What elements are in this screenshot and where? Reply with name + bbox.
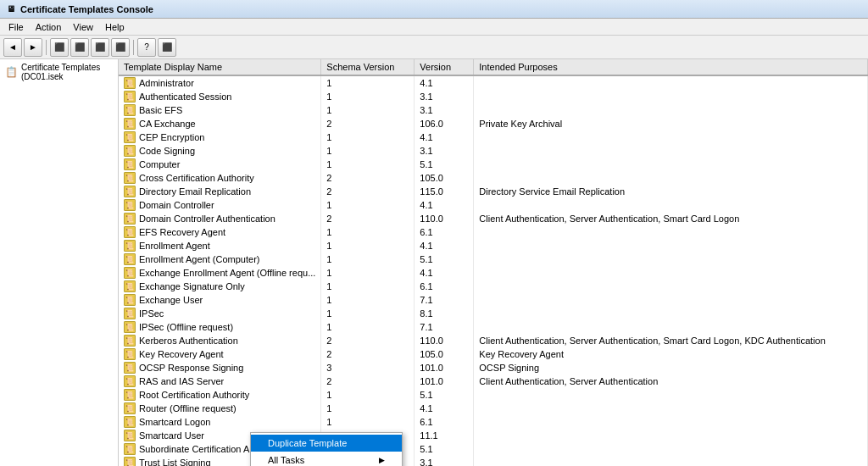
cert-icon: 📜 bbox=[124, 158, 136, 170]
table-row[interactable]: 📜Smartcard User111.1 bbox=[119, 429, 868, 442]
toolbar-btn-3[interactable]: ⬛ bbox=[91, 38, 109, 57]
menu-help[interactable]: Help bbox=[100, 21, 130, 33]
cert-icon: 📜 bbox=[124, 131, 136, 143]
col-header-schema[interactable]: Schema Version bbox=[321, 59, 415, 75]
row-version: 6.1 bbox=[415, 280, 474, 293]
col-header-purposes[interactable]: Intended Purposes bbox=[474, 59, 868, 75]
table-row[interactable]: 📜CA Exchange2106.0Private Key Archival bbox=[119, 117, 868, 130]
table-row[interactable]: 📜Basic EFS13.1 bbox=[119, 103, 868, 117]
row-version: 7.1 bbox=[415, 320, 474, 334]
templates-table: Template Display Name Schema Version Ver… bbox=[119, 59, 868, 466]
row-version: 11.1 bbox=[415, 429, 474, 442]
main-content: 📋 Certificate Templates (DC01.isek Templ… bbox=[0, 59, 868, 466]
row-purposes bbox=[474, 252, 868, 266]
row-name: Smartcard User bbox=[139, 430, 204, 441]
row-purposes bbox=[474, 266, 868, 280]
row-purposes bbox=[474, 239, 868, 252]
table-row[interactable]: 📜Smartcard Logon16.1 bbox=[119, 415, 868, 429]
table-row[interactable]: 📜IPSec (Offline request)17.1 bbox=[119, 320, 868, 334]
row-purposes bbox=[474, 158, 868, 171]
forward-button[interactable]: ► bbox=[24, 38, 42, 57]
table-row[interactable]: 📜Administrator14.1 bbox=[119, 75, 868, 90]
table-row[interactable]: 📜Directory Email Replication2115.0Direct… bbox=[119, 185, 868, 198]
col-header-name[interactable]: Template Display Name bbox=[119, 59, 321, 75]
cert-icon: 📜 bbox=[124, 199, 136, 211]
table-row[interactable]: 📜RAS and IAS Server2101.0Client Authenti… bbox=[119, 374, 868, 388]
row-schema: 1 bbox=[321, 307, 415, 320]
table-row[interactable]: 📜Router (Offline request)14.1 bbox=[119, 402, 868, 415]
back-button[interactable]: ◄ bbox=[3, 38, 22, 57]
row-schema: 2 bbox=[321, 212, 415, 225]
toolbar-btn-1[interactable]: ⬛ bbox=[50, 38, 69, 57]
toolbar-btn-4[interactable]: ⬛ bbox=[111, 38, 130, 57]
table-row[interactable]: 📜Computer15.1 bbox=[119, 158, 868, 171]
menu-action[interactable]: Action bbox=[31, 21, 67, 33]
help-button[interactable]: ? bbox=[137, 38, 156, 57]
table-row[interactable]: 📜Code Signing13.1 bbox=[119, 144, 868, 158]
title-bar-text: Certificate Templates Console bbox=[20, 4, 153, 14]
menu-view[interactable]: View bbox=[68, 21, 98, 33]
row-purposes: Key Recovery Agent bbox=[474, 347, 868, 361]
row-version: 101.0 bbox=[415, 374, 474, 388]
cert-icon: 📜 bbox=[124, 118, 136, 130]
cert-icon: 📜 bbox=[124, 430, 136, 441]
row-version: 5.1 bbox=[415, 388, 474, 402]
table-row[interactable]: 📜Kerberos Authentication2110.0Client Aut… bbox=[119, 334, 868, 347]
row-name: Kerberos Authentication bbox=[139, 336, 238, 346]
row-version: 4.1 bbox=[415, 266, 474, 280]
row-name: Exchange User bbox=[139, 295, 203, 305]
menu-bar: File Action View Help bbox=[0, 19, 868, 36]
toolbar-btn-5[interactable]: ⬛ bbox=[158, 38, 176, 57]
table-row[interactable]: 📜Domain Controller14.1 bbox=[119, 198, 868, 212]
table-row[interactable]: 📜OCSP Response Signing3101.0OCSP Signing bbox=[119, 361, 868, 374]
table-row[interactable]: 📜Cross Certification Authority2105.0 bbox=[119, 171, 868, 185]
row-schema: 1 bbox=[321, 130, 415, 144]
row-version: 101.0 bbox=[415, 361, 474, 374]
table-row[interactable]: 📜Exchange User17.1 bbox=[119, 293, 868, 307]
cert-icon: 📜 bbox=[124, 104, 136, 116]
row-name: Root Certification Authority bbox=[139, 390, 249, 400]
row-version: 3.1 bbox=[415, 144, 474, 158]
cert-icon: 📜 bbox=[124, 389, 136, 401]
context-menu-item-duplicate-template[interactable]: Duplicate Template bbox=[251, 435, 402, 452]
row-purposes: Client Authentication, Server Authentica… bbox=[474, 212, 868, 225]
col-header-version[interactable]: Version bbox=[415, 59, 474, 75]
cert-icon: 📜 bbox=[124, 267, 136, 279]
table-row[interactable]: 📜IPSec18.1 bbox=[119, 307, 868, 320]
row-schema: 1 bbox=[321, 239, 415, 252]
row-purposes bbox=[474, 442, 868, 456]
table-row[interactable]: 📜Authenticated Session13.1 bbox=[119, 90, 868, 103]
cert-icon: 📜 bbox=[124, 294, 136, 306]
table-row[interactable]: 📜Exchange Signature Only16.1 bbox=[119, 280, 868, 293]
row-version: 3.1 bbox=[415, 90, 474, 103]
left-panel-item-cert-templates[interactable]: 📋 Certificate Templates (DC01.isek bbox=[2, 61, 116, 83]
table-row[interactable]: 📜Subordinate Certification Authority15.1 bbox=[119, 442, 868, 456]
row-version: 5.1 bbox=[415, 442, 474, 456]
table-row[interactable]: 📜EFS Recovery Agent16.1 bbox=[119, 225, 868, 239]
table-row[interactable]: 📜Key Recovery Agent2105.0Key Recovery Ag… bbox=[119, 347, 868, 361]
row-purposes: Client Authentication, Server Authentica… bbox=[474, 374, 868, 388]
menu-file[interactable]: File bbox=[3, 21, 29, 33]
table-row[interactable]: 📜Exchange Enrollment Agent (Offline requ… bbox=[119, 266, 868, 280]
title-bar-icon: 🖥 bbox=[5, 3, 17, 15]
cert-icon: 📜 bbox=[124, 280, 136, 292]
context-menu: Duplicate TemplateAll Tasks▶PropertiesHe… bbox=[250, 432, 403, 466]
left-panel: 📋 Certificate Templates (DC01.isek bbox=[0, 59, 119, 466]
row-version: 6.1 bbox=[415, 225, 474, 239]
row-schema: 1 bbox=[321, 225, 415, 239]
context-menu-item-all-tasks[interactable]: All Tasks▶ bbox=[251, 452, 402, 466]
toolbar-btn-2[interactable]: ⬛ bbox=[70, 38, 89, 57]
cert-icon: 📜 bbox=[124, 362, 136, 374]
table-row[interactable]: 📜Trust List Signing13.1 bbox=[119, 456, 868, 466]
table-row[interactable]: 📜Root Certification Authority15.1 bbox=[119, 388, 868, 402]
table-row[interactable]: 📜Enrollment Agent (Computer)15.1 bbox=[119, 252, 868, 266]
row-purposes bbox=[474, 388, 868, 402]
table-row[interactable]: 📜CEP Encryption14.1 bbox=[119, 130, 868, 144]
row-schema: 1 bbox=[321, 198, 415, 212]
cert-templates-icon: 📋 bbox=[5, 66, 18, 78]
table-row[interactable]: 📜Enrollment Agent14.1 bbox=[119, 239, 868, 252]
table-row[interactable]: 📜Domain Controller Authentication2110.0C… bbox=[119, 212, 868, 225]
row-name: EFS Recovery Agent bbox=[139, 227, 225, 237]
row-version: 4.1 bbox=[415, 239, 474, 252]
row-schema: 1 bbox=[321, 266, 415, 280]
